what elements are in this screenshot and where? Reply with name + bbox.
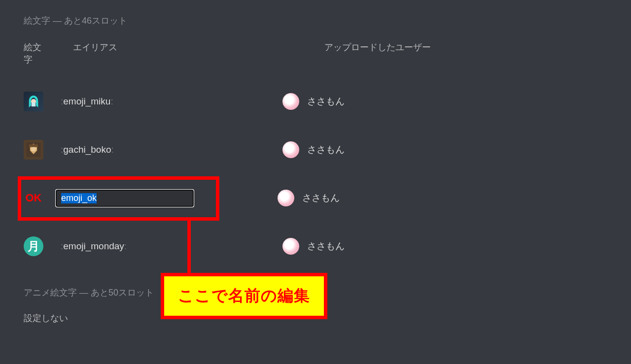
table-header: 絵文 字 エイリアス アップロードしたユーザー <box>24 41 607 66</box>
emoji-row[interactable]: 月 :emoji_monday: ささもん <box>24 231 607 262</box>
avatar-icon <box>282 93 299 110</box>
avatar-icon <box>282 238 299 255</box>
section-header: 絵文字 — あと46スロット <box>24 15 607 27</box>
uploader-cell: ささもん <box>282 238 345 255</box>
emoji-gachi-icon <box>24 140 43 160</box>
emoji-row[interactable]: :gachi_boko: ささもん <box>24 134 607 165</box>
emoji-row[interactable]: :emoji_miku: ささもん <box>24 86 607 117</box>
animated-section-header: アニメ絵文字 — あと50スロット <box>24 287 607 298</box>
emoji-alias[interactable]: :emoji_miku: <box>61 96 282 107</box>
emoji-alias[interactable]: :emoji_monday: <box>61 241 282 252</box>
column-emoji: 絵文 字 <box>24 41 53 66</box>
none-set-text: 設定しない <box>24 312 607 324</box>
emoji-monday-icon: 月 <box>24 236 43 256</box>
svg-rect-1 <box>32 102 36 107</box>
emoji-row[interactable]: OK ささもん <box>24 182 607 214</box>
emoji-ok-icon: OK <box>24 188 43 208</box>
svg-rect-4 <box>29 145 38 147</box>
column-uploader: アップロードしたユーザー <box>290 41 607 66</box>
emoji-alias[interactable]: :gachi_boko: <box>61 144 282 155</box>
uploader-name: ささもん <box>302 192 340 204</box>
avatar-icon <box>282 141 299 158</box>
emoji-miku-icon <box>24 92 43 111</box>
uploader-name: ささもん <box>307 143 345 156</box>
uploader-name: ささもん <box>307 95 345 108</box>
uploader-cell: ささもん <box>282 93 345 110</box>
uploader-name: ささもん <box>307 240 345 253</box>
column-alias: エイリアス <box>53 41 290 66</box>
uploader-cell: ささもん <box>278 190 340 206</box>
emoji-alias-editing[interactable] <box>56 190 278 207</box>
uploader-cell: ささもん <box>282 141 345 158</box>
avatar-icon <box>278 190 294 206</box>
alias-input[interactable] <box>56 190 194 207</box>
